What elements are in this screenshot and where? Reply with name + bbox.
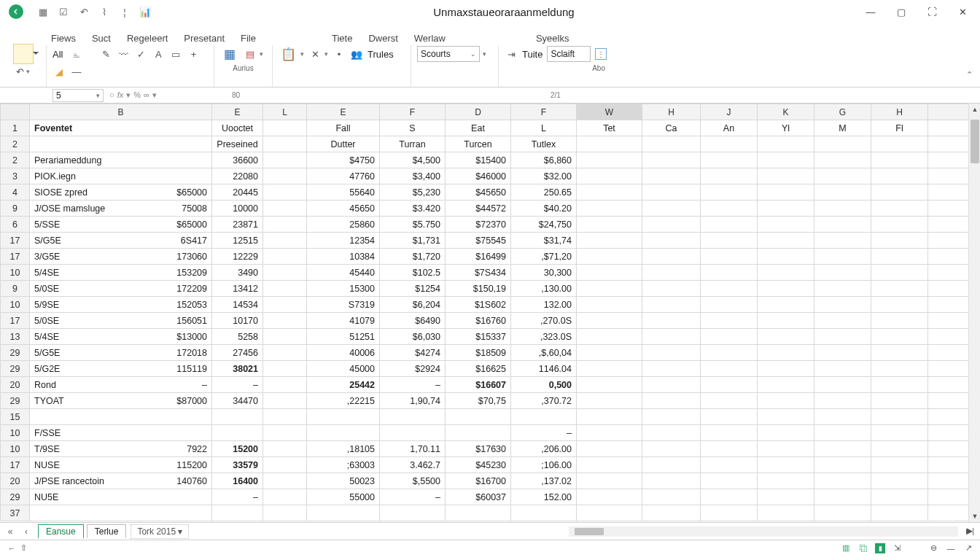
cell[interactable]: $1,720 [380,249,446,265]
cell[interactable] [701,313,758,329]
cell[interactable] [263,425,307,441]
cell[interactable] [701,217,758,233]
x-icon[interactable]: ✕ [308,47,322,61]
cell[interactable] [577,297,642,313]
cell[interactable] [701,425,758,441]
cell[interactable] [758,361,814,377]
cell[interactable] [30,409,212,425]
cell[interactable] [263,345,307,361]
sheet-dropdown[interactable]: Tork 2015 ▾ [131,524,189,539]
cell[interactable] [928,377,972,393]
cell[interactable]: 40006 [307,345,380,361]
cell[interactable] [380,425,446,441]
cells-icon[interactable]: ▤ [244,47,257,61]
cell[interactable] [642,377,701,393]
cell[interactable]: 5/4SE153209 [30,265,212,281]
cell[interactable]: 30,300 [511,265,577,281]
row-header[interactable]: 37 [1,505,30,521]
cell[interactable] [814,168,871,184]
cell[interactable] [814,473,871,489]
cell[interactable]: $15400 [446,152,511,168]
cell[interactable] [577,249,642,265]
cell[interactable] [263,265,307,281]
cell[interactable]: $31,74 [511,233,577,249]
cell[interactable]: 1,90,74 [380,393,446,409]
cell[interactable] [577,425,642,441]
row-header[interactable]: 20 [1,377,30,393]
cell[interactable]: $,5500 [380,473,446,489]
row-header[interactable]: 2 [1,152,30,168]
cell[interactable] [263,184,307,201]
cell[interactable]: $32.00 [511,168,577,184]
cell[interactable]: 51251 [307,329,380,345]
row-header[interactable]: 4 [1,184,30,201]
row-header[interactable]: 20 [1,473,30,489]
cell[interactable] [758,297,814,313]
cell[interactable] [263,441,307,457]
cell[interactable]: $17630 [446,441,511,457]
cell[interactable] [380,505,446,521]
fx-icon[interactable]: fx [117,90,124,100]
cell[interactable] [928,457,972,473]
cell[interactable]: $75545 [446,233,511,249]
cell[interactable] [263,201,307,217]
cell[interactable]: $45650 [446,184,511,201]
cell[interactable] [263,217,307,233]
cell[interactable] [928,361,972,377]
cell[interactable] [758,201,814,217]
cell[interactable] [263,489,307,505]
cell[interactable]: – [212,489,263,505]
cell[interactable]: 152.00 [511,489,577,505]
cell[interactable]: Tutlex [511,136,577,152]
cell[interactable] [928,505,972,521]
cell[interactable]: S7319 [307,297,380,313]
sheet-tab[interactable]: Terlue [87,524,127,538]
schaft-box[interactable]: Sclaift [547,46,591,62]
arrow-icon[interactable]: ⇥ [505,47,518,61]
cell[interactable]: 27456 [212,345,263,361]
cell[interactable]: – [212,377,263,393]
cell[interactable] [701,281,758,297]
cell[interactable] [871,441,928,457]
column-header[interactable]: B [30,104,212,120]
cell[interactable] [871,505,928,521]
cell[interactable] [701,152,758,168]
cell[interactable] [642,201,701,217]
cell[interactable]: $6,030 [380,329,446,345]
cell[interactable] [642,409,701,425]
cell[interactable] [701,345,758,361]
cell[interactable] [928,409,972,425]
cell[interactable] [263,120,307,136]
row-header[interactable]: 10 [1,265,30,281]
cell[interactable]: $150,19 [446,281,511,297]
row-header[interactable]: 9 [1,201,30,217]
cell[interactable] [263,377,307,393]
ribbon-tab[interactable]: Suct [92,33,111,44]
cell[interactable]: $45230 [446,457,511,473]
cell[interactable] [701,441,758,457]
cell[interactable]: S [380,120,446,136]
cell[interactable] [758,441,814,457]
cell[interactable] [642,457,701,473]
cell[interactable]: ,323.0S [511,329,577,345]
cell[interactable]: NUSE115200 [30,457,212,473]
cell[interactable] [30,136,212,152]
cell[interactable] [263,281,307,297]
cell[interactable] [577,281,642,297]
cell[interactable] [263,329,307,345]
cell[interactable]: $46000 [446,168,511,184]
cell[interactable] [758,217,814,233]
cell[interactable] [814,265,871,281]
cell[interactable] [814,329,871,345]
cell[interactable] [814,184,871,201]
cell[interactable] [577,457,642,473]
cell[interactable] [642,249,701,265]
undo-icon[interactable]: ↶ [77,5,90,18]
cell[interactable] [871,489,928,505]
cell[interactable] [446,505,511,521]
cell[interactable] [701,297,758,313]
sheet-first-icon[interactable]: « [4,526,16,537]
row-header[interactable]: 1 [1,120,30,136]
cell[interactable] [871,184,928,201]
cell[interactable] [758,457,814,473]
